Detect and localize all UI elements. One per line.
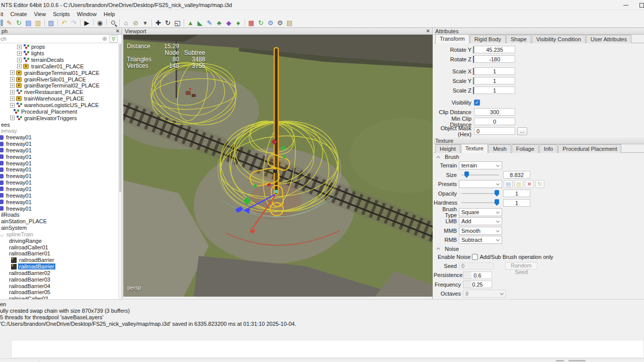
tab-texture[interactable]: Texture [461,144,488,153]
tree-item-railroadbarrier[interactable]: railroadBarrier [0,257,118,263]
terrain-smooth-button[interactable]: ◣ [195,19,205,27]
menu-create[interactable]: Create [7,11,31,17]
tab-foliage[interactable]: Foliage [512,144,539,153]
rotate-z-input[interactable]: -180 [474,55,515,63]
tree-item-drivingrange[interactable]: drivingRange [0,237,118,244]
hardness-slider[interactable] [461,199,499,207]
expand-icon[interactable]: + [10,70,15,75]
tree-item-railroadbarrier[interactable]: railroadBarrier [0,263,118,270]
lmb-dropdown[interactable]: Add [459,217,502,225]
tree-item-freeway01[interactable]: freeway01 [0,199,118,205]
tree-item-trainwarehouse-place[interactable]: +trainWarehouse_PLACE [0,96,118,102]
mmb-dropdown[interactable]: Smooth [459,227,502,235]
expand-icon[interactable]: + [10,116,15,120]
tree-item-grainriversilo01-place[interactable]: +grainRiverSilo01_PLACE [0,76,118,82]
filter-button[interactable]: ∇ [109,35,118,43]
hardness-input[interactable]: 1 [503,199,530,207]
tree-item-railroadbarrier01[interactable]: railroadBarrier01 [0,250,118,257]
visibility-checkbox[interactable]: ✓ [474,100,480,106]
presets-dropdown[interactable] [459,180,502,188]
tree-item-ainstation-place[interactable]: ainStation_PLACE [0,218,118,225]
seed-input[interactable]: 0 [459,262,494,269]
tree-item-eeway[interactable]: eeway [0,128,118,134]
frequency-input[interactable]: 0.25 [463,281,492,288]
clip-distance-input[interactable]: 300 [474,108,515,116]
menu-help[interactable]: Help [100,11,119,17]
visibility-button[interactable]: ◉ [95,19,105,27]
tree-item-freeway01[interactable]: freeway01 [0,147,118,154]
tab-user-attributes[interactable]: User Attributes [586,35,631,43]
refresh-scripts-button[interactable]: ↻ [256,19,266,27]
tree-item-grainbargeterminal02-place[interactable]: +grainBargeTerminal02_PLACE [0,82,118,89]
tree-item-warehouselogisticus-place[interactable]: +warehouseLogisticUS_PLACE [0,102,118,109]
hide-decoration-button[interactable]: ⊘ [131,19,140,27]
zoom-button[interactable] [108,19,118,27]
clipboard-button[interactable]: ▤ [285,19,294,27]
random-seed-button[interactable]: Random Seed [505,262,537,269]
expand-icon[interactable]: + [10,83,15,88]
scale-y-input[interactable]: 1 [474,77,515,84]
undo-button[interactable]: ↶ [59,19,69,27]
terrain-paint-button[interactable]: ✎ [205,19,214,27]
object-mask-more-button[interactable]: ... [517,127,527,135]
redo-button[interactable]: ↷ [69,19,78,27]
preset-new-button[interactable]: ▥ [514,180,523,188]
slider-thumb[interactable] [495,199,499,206]
expand-icon[interactable]: + [17,58,22,62]
scale-x-input[interactable]: 1 [474,67,515,75]
expand-icon[interactable]: + [10,97,15,101]
tab-shape[interactable]: Shape [506,35,531,43]
reload-button[interactable]: ↻ [14,19,24,27]
noise-section-header[interactable]: Noise [434,245,644,253]
terrain-info-button[interactable]: ◆ [224,19,233,27]
tree-item-railroadbarrier05[interactable]: railroadBarrier05 [0,289,118,296]
tree-brush-button[interactable]: ♠ [233,19,243,27]
size-slider[interactable] [461,171,499,179]
terrain-sculpt-button[interactable]: ▲ [186,19,195,27]
viewport-scene[interactable]: Distance 15.29 Node Subtree Triangles 80… [123,35,433,297]
save-as-button[interactable]: ▥ [33,19,43,27]
tree-item-procedural-placement[interactable]: Procedural_Placement [0,108,118,115]
rmb-dropdown[interactable]: Subtract [459,236,502,244]
tree-item-railroadcaller02[interactable]: railroadCaller02 [0,296,118,299]
tree-item-freeway01[interactable]: freeway01 [0,173,118,179]
size-input[interactable]: 8.832 [503,171,530,178]
tab-info[interactable]: Info [539,144,557,153]
min-clip-distance-input[interactable]: 0 [474,118,515,125]
tree-item-ilroads[interactable]: ilRoads [0,212,118,218]
octaves-dropdown[interactable]: 8 [463,290,506,298]
expand-icon[interactable]: + [17,51,22,56]
search-clear-icon[interactable]: ⊗ [102,35,107,42]
scenegraph-close-icon[interactable]: ✕ [116,28,120,34]
tree-item-ees[interactable]: ees [0,121,118,128]
move-button[interactable]: ✚ [153,19,163,27]
tree-item-lights[interactable]: +lights [0,50,118,57]
save-button[interactable]: ▤ [24,19,33,27]
preset-save-button[interactable]: ▤ [504,180,513,188]
import-button[interactable]: ▧ [46,19,56,27]
gear-dark-button[interactable]: ⚙ [275,19,285,27]
expand-icon[interactable]: + [10,77,15,81]
persistence-input[interactable]: 0.6 [463,272,492,279]
expand-icon[interactable]: + [10,90,15,95]
home-button[interactable]: ⌂ [121,19,131,27]
tree-item-railroadbarrier02[interactable]: railroadBarrier02 [0,270,118,277]
tree-item-freeway01[interactable]: freeway01 [0,179,118,186]
foliage-paint-button[interactable]: ♣ [214,19,224,27]
scenegraph-search-input[interactable]: ch [0,36,102,42]
tree-item-traincaller01-place[interactable]: +trainCaller01_PLACE [0,63,118,70]
scale-z-input[interactable]: 1 [474,86,515,94]
terrain-dropdown[interactable]: terrain [459,161,502,169]
scale-button[interactable]: ◱ [173,19,182,27]
menu-window[interactable]: Window [73,11,100,17]
tree-item-riverrestaurant-place[interactable]: +riverRestaurant_PLACE [0,89,118,96]
tree-item-grainbargeterminal01-place[interactable]: +grainBargeTerminal01_PLACE [0,69,118,76]
object-mask-input[interactable]: 0 [474,127,515,135]
tree-item-grainelevatortriggers[interactable]: +grainElevatorTriggers [0,115,118,121]
tab-height[interactable]: Height [435,144,460,153]
scrollbar-thumb[interactable] [119,44,121,192]
minimize-button[interactable] [623,5,628,6]
opacity-input[interactable]: 1 [503,190,530,197]
rotate-y-input[interactable]: 45.235 [474,46,515,53]
tab-rigid-body[interactable]: Rigid Body [470,35,506,43]
